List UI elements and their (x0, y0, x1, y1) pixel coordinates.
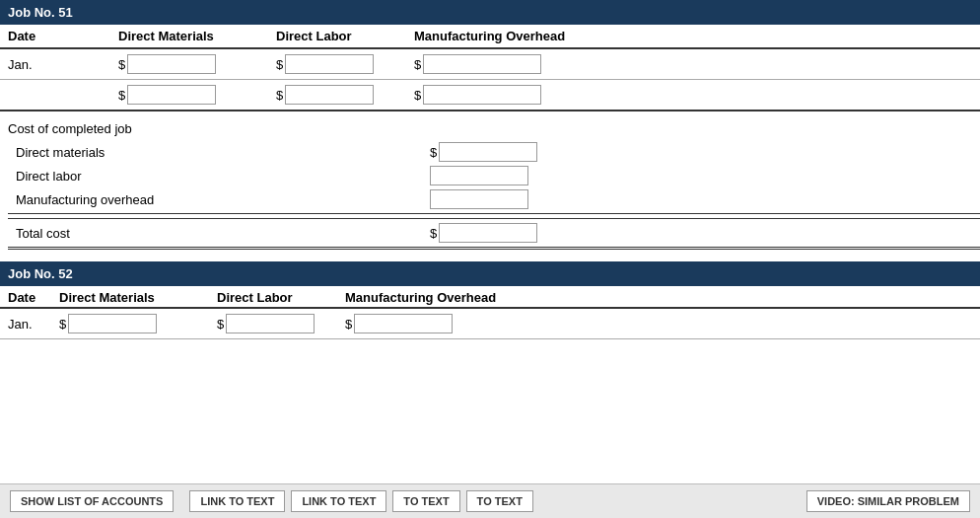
job51-date-header: Date (0, 29, 118, 43)
cost-moh-row: Manufacturing overhead (8, 189, 980, 214)
dollar-sign: $ (345, 317, 352, 332)
job52-row1-dm-input[interactable] (68, 314, 157, 333)
job51-container: Job No. 51 Date Direct Materials Direct … (0, 0, 980, 111)
cost-moh-input-area (430, 189, 528, 209)
job51-row1-date: Jan. (0, 57, 118, 72)
dollar-sign: $ (430, 226, 437, 241)
job52-moh-header: Manufacturing Overhead (345, 290, 542, 305)
job51-row2: $ $ $ (0, 80, 980, 111)
job51-row1: Jan. $ $ $ (0, 49, 980, 80)
job52-date-header: Date (0, 290, 59, 305)
dollar-sign: $ (217, 317, 224, 332)
cost-dl-input-area (430, 166, 528, 185)
job51-row1-dl-input[interactable] (285, 54, 374, 74)
cost-dl-row: Direct labor (8, 166, 980, 185)
bottom-bar: SHOW LIST OF ACCOUNTS LINK TO TEXT LINK … (0, 483, 980, 518)
cost-total-input[interactable] (439, 223, 537, 243)
job51-row1-moh-cell: $ (414, 54, 690, 74)
link-btn-2[interactable]: LINK TO TEXT (291, 490, 386, 512)
main-content: Job No. 51 Date Direct Materials Direct … (0, 0, 980, 339)
cost-dl-label: Direct labor (16, 169, 430, 184)
cost-dl-input[interactable] (430, 166, 528, 185)
job52-col-headers: Date Direct Materials Direct Labor Manuf… (0, 286, 980, 309)
job52-row1-date: Jan. (0, 317, 59, 332)
link-btn-1[interactable]: LINK TO TEXT (189, 490, 285, 512)
dollar-sign: $ (118, 57, 125, 72)
job51-row1-dl-cell: $ (276, 54, 414, 74)
cost-total-row: Total cost $ (8, 218, 980, 250)
job52-header: Job No. 52 (0, 261, 980, 286)
link-btn-3[interactable]: To TEXT (392, 490, 459, 512)
dollar-sign: $ (414, 57, 421, 72)
job52-container: Job No. 52 Date Direct Materials Direct … (0, 261, 980, 339)
video-similar-problem-button[interactable]: VIDEO: SIMILAR PROBLEM (806, 490, 970, 512)
show-accounts-button[interactable]: SHOW LIST OF ACCOUNTS (10, 490, 174, 512)
job52-row1-moh-input[interactable] (354, 314, 453, 333)
cost-dm-input[interactable] (439, 142, 537, 162)
cost-total-label: Total cost (16, 226, 430, 241)
cost-title: Cost of completed job (8, 121, 980, 136)
job51-col-headers: Date Direct Materials Direct Labor Manuf… (0, 25, 980, 49)
job51-moh-header: Manufacturing Overhead (414, 29, 611, 43)
job51-row2-moh-cell: $ (414, 85, 690, 105)
cost-dm-label: Direct materials (16, 145, 430, 160)
job51-dm-header: Direct Materials (118, 29, 276, 43)
cost-section: Cost of completed job Direct materials $… (0, 121, 980, 250)
job51-row1-dm-cell: $ (118, 54, 276, 74)
job51-row2-moh-input[interactable] (423, 85, 541, 105)
job51-dl-header: Direct Labor (276, 29, 414, 43)
dollar-sign: $ (414, 88, 421, 103)
job52-dm-header: Direct Materials (59, 290, 217, 305)
job52-row1-moh-cell: $ (345, 314, 542, 333)
job51-row1-dm-input[interactable] (127, 54, 216, 74)
job52-dl-header: Direct Labor (217, 290, 345, 305)
link-btn-4[interactable]: To TEXT (466, 490, 533, 512)
job51-title: Job No. 51 (8, 5, 73, 20)
cost-dm-row: Direct materials $ (8, 142, 980, 162)
cost-moh-label: Manufacturing overhead (16, 192, 430, 207)
job51-row2-dl-input[interactable] (285, 85, 374, 105)
cost-moh-input[interactable] (430, 189, 528, 209)
dollar-sign: $ (118, 88, 125, 103)
dollar-sign: $ (430, 145, 437, 160)
job52-row1-dl-cell: $ (217, 314, 345, 333)
link-buttons-group: LINK TO TEXT LINK TO TEXT To TEXT To TEX… (189, 490, 805, 512)
job51-row1-moh-input[interactable] (423, 54, 541, 74)
cost-total-input-area: $ (430, 223, 537, 243)
job52-row1: Jan. $ $ $ (0, 309, 980, 339)
dollar-sign: $ (276, 57, 283, 72)
job51-row2-dl-cell: $ (276, 85, 414, 105)
job52-row1-dl-input[interactable] (226, 314, 315, 333)
job52-title: Job No. 52 (8, 266, 73, 281)
dollar-sign: $ (59, 317, 66, 332)
cost-dm-input-area: $ (430, 142, 537, 162)
job51-row2-dm-cell: $ (118, 85, 276, 105)
job51-header: Job No. 51 (0, 0, 980, 25)
job51-row2-dm-input[interactable] (127, 85, 216, 105)
job52-row1-dm-cell: $ (59, 314, 217, 333)
dollar-sign: $ (276, 88, 283, 103)
